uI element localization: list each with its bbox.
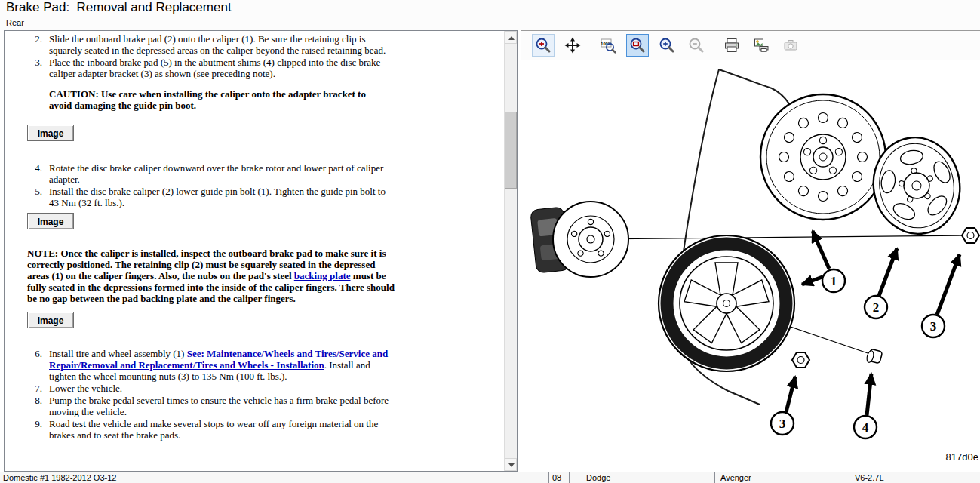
- step-text: Road test the vehicle and make several s…: [49, 418, 393, 441]
- status-bar: Domestic #1 1982-2012 O3-12 08 Dodge Ave…: [0, 472, 980, 483]
- zoom-tool-button[interactable]: [532, 34, 555, 57]
- procedure-document: 2. Slide the outboard brake pad (2) onto…: [5, 31, 504, 471]
- step-number: 6.: [27, 348, 42, 382]
- diagram-panel: 100%: [521, 30, 980, 472]
- status-engine: V6-2.7L: [849, 472, 980, 483]
- window-header: Brake Pad: Removal and Replacement Rear: [0, 0, 980, 30]
- zoom-in-magnifier-icon: [659, 37, 675, 54]
- export-image-camera-icon: [782, 37, 799, 54]
- scrollbar-track[interactable]: [505, 44, 517, 458]
- step-number: 2.: [27, 33, 42, 56]
- step-item-3: 3. Place the inboard brake pad (5) in th…: [27, 57, 397, 79]
- status-make: Dodge: [570, 472, 715, 483]
- exploded-wheel-diagram: 1 2 3 3 4 817d0e: [521, 60, 980, 472]
- callout-4: 4: [854, 416, 877, 438]
- status-year: 08: [549, 472, 570, 483]
- zoom-100-magnifier-icon: 100%: [600, 37, 616, 54]
- step-item-9: 9. Road test the vehicle and make severa…: [27, 418, 397, 441]
- zoom-100-button[interactable]: 100%: [597, 34, 619, 57]
- callout-2: 2: [865, 296, 887, 318]
- diagram-toolbar: 100%: [521, 30, 980, 60]
- step-item-4: 4. Rotate the disc brake caliper downwar…: [27, 162, 397, 185]
- zoom-fit-magnifier-icon: [629, 37, 646, 54]
- step6-text-before: Install tire and wheel assembly (1): [49, 348, 187, 359]
- note-text: NOTE: Once the caliper is installed, ins…: [27, 248, 397, 304]
- lug-nut-bottom-illustration: [792, 352, 809, 368]
- step-number: 9.: [27, 418, 42, 441]
- step-text: Install tire and wheel assembly (1) See:…: [49, 348, 393, 382]
- step-text: Place the inboard brake pad (5) in the a…: [49, 57, 393, 79]
- step-item-2: 2. Slide the outboard brake pad (2) onto…: [27, 33, 397, 56]
- step-number: 4.: [27, 162, 42, 185]
- brake-rotor-illustration: [553, 202, 628, 277]
- zoom-tool-magnifier-icon: [535, 37, 551, 54]
- pan-tool-button[interactable]: [561, 34, 584, 57]
- tire-wheel-illustration: [659, 235, 794, 371]
- step-number: 3.: [27, 57, 42, 79]
- valve-cap-illustration: [866, 349, 883, 364]
- step-number: 5.: [27, 186, 42, 208]
- step-item-5: 5. Install the disc brake caliper (2) lo…: [27, 186, 397, 208]
- svg-text:4: 4: [862, 420, 869, 435]
- step-text: Lower the vehicle.: [49, 383, 393, 394]
- scrollbar-up-button[interactable]: [505, 31, 517, 44]
- callout-1: 1: [822, 269, 845, 292]
- print-image-button[interactable]: [750, 34, 773, 57]
- printer-icon: [723, 37, 740, 54]
- axle-line-upper: [598, 235, 968, 239]
- callout-3-bottom: 3: [771, 412, 794, 435]
- zoom-in-button[interactable]: [656, 34, 678, 57]
- svg-text:2: 2: [873, 300, 880, 315]
- callout-3-right: 3: [922, 315, 945, 337]
- scrollbar-thumb[interactable]: [505, 112, 517, 189]
- step-number: 8.: [27, 395, 42, 417]
- step-text: Rotate the disc brake caliper downward o…: [49, 162, 393, 185]
- zoom-out-button[interactable]: [685, 34, 708, 57]
- document-scrollbar[interactable]: [504, 31, 517, 471]
- lug-nut-right-illustration: [962, 228, 979, 243]
- image-button-1[interactable]: Image: [27, 125, 74, 141]
- svg-text:3: 3: [930, 319, 937, 334]
- image-button-3[interactable]: Image: [27, 312, 74, 328]
- step-text: Slide the outboard brake pad (2) onto th…: [49, 33, 393, 56]
- step-number: 7.: [27, 383, 42, 394]
- export-image-button[interactable]: [779, 34, 802, 57]
- image-button-2[interactable]: Image: [27, 213, 74, 229]
- svg-text:1: 1: [831, 274, 837, 288]
- backing-plate-link[interactable]: backing plate: [294, 270, 351, 281]
- step-text: Pump the brake pedal several times to en…: [49, 395, 393, 417]
- zoom-out-magnifier-icon: [688, 37, 705, 54]
- page-title: Brake Pad: Removal and Replacement: [6, 0, 232, 15]
- step-item-8: 8. Pump the brake pedal several times to…: [27, 395, 397, 417]
- pan-arrows-icon: [564, 37, 581, 54]
- svg-text:3: 3: [779, 417, 786, 431]
- step-item-7: 7. Lower the vehicle.: [27, 383, 397, 394]
- procedure-panel: 2. Slide the outboard brake pad (2) onto…: [4, 30, 518, 472]
- status-model: Avenger: [715, 472, 849, 483]
- zoom-fit-button[interactable]: [626, 34, 649, 57]
- caution-text: CAUTION: Use care when installing the ca…: [49, 88, 390, 111]
- step-item-6: 6. Install tire and wheel assembly (1) S…: [27, 348, 397, 382]
- step-text: Install the disc brake caliper (2) lower…: [49, 186, 393, 208]
- figure-code: 817d0e: [946, 451, 978, 463]
- page-subtitle: Rear: [6, 18, 24, 27]
- print-image-icon: [753, 37, 770, 54]
- steel-wheel-illustration: [760, 94, 886, 220]
- print-button[interactable]: [720, 34, 743, 57]
- status-database: Domestic #1 1982-2012 O3-12: [0, 472, 549, 483]
- scrollbar-down-button[interactable]: [505, 458, 517, 471]
- diagram-viewport[interactable]: 1 2 3 3 4 817d0e: [521, 60, 980, 472]
